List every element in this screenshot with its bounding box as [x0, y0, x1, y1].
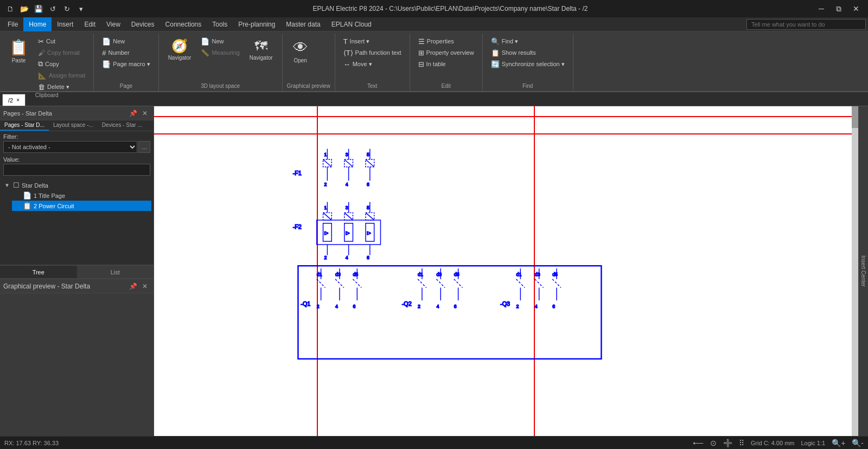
pages-pin-button[interactable]: 📌 [127, 108, 138, 119]
svg-line-68 [418, 279, 426, 288]
restore-button[interactable]: ⧉ [831, 1, 846, 16]
copy-format-icon: 🖌 [38, 49, 45, 57]
properties-button[interactable]: ☰ Properties [414, 36, 478, 47]
tab-2[interactable]: /2 × [2, 94, 25, 106]
grid-dots-icon[interactable]: ⠿ [739, 439, 744, 447]
prop-overview-label: Property overview [426, 49, 474, 56]
copy-format-button[interactable]: 🖌 Copy format [34, 47, 89, 58]
menu-connections[interactable]: Connections [160, 17, 207, 31]
navigator-button[interactable]: 🧭 Navigator [163, 36, 196, 74]
more-icon[interactable]: ▾ [75, 3, 87, 15]
find-label: Find ▾ [502, 38, 518, 45]
svg-text:I>: I> [324, 230, 329, 236]
tree-powercircuit-label: 2 Power Circuit [34, 203, 74, 209]
undo-icon[interactable]: ↺ [47, 3, 59, 15]
insert-text-button[interactable]: T Insert ▾ [340, 36, 405, 47]
path-function-button[interactable]: ⟨T⟩ Path function text [340, 47, 405, 58]
list-tab[interactable]: List [77, 265, 154, 278]
menu-home[interactable]: Home [23, 17, 52, 31]
navigator2-button[interactable]: 🗺 Navigator [245, 36, 278, 74]
menu-masterdata[interactable]: Master data [280, 17, 326, 31]
value-row: Value: [0, 155, 154, 178]
move-button[interactable]: ↔ Move ▾ [340, 59, 405, 69]
value-input[interactable] [3, 164, 150, 176]
filter-select[interactable]: - Not activated - [3, 141, 137, 153]
delete-button[interactable]: 🗑 Delete ▾ [34, 81, 89, 92]
grid-display: Grid C: 4.00 mm [751, 440, 795, 446]
paste-button[interactable]: 📋 Paste [4, 36, 33, 74]
pages-subtab-layout[interactable]: Layout space -... [49, 120, 98, 131]
statusbar: RX: 17.63 RY: 36.33 ⟵ ⊙ ➕ ⠿ Grid C: 4.00… [0, 436, 868, 449]
svg-text:-Q3: -Q3 [500, 300, 510, 307]
open-button[interactable]: 👁 Open [287, 36, 314, 74]
copy-button[interactable]: ⧉ Copy [34, 59, 89, 69]
circuit-diagram: -F1 [154, 106, 852, 436]
find-button[interactable]: 🔍 Find ▾ [487, 36, 569, 47]
menu-insert[interactable]: Insert [52, 17, 79, 31]
nav-icon-1[interactable]: ⟵ [693, 439, 704, 447]
show-results-icon: 📋 [491, 49, 500, 57]
minimize-button[interactable]: ─ [814, 1, 829, 16]
new-page-button[interactable]: 📄 New [98, 36, 154, 47]
tree-tab[interactable]: Tree [0, 265, 77, 278]
scrollbar-thumb[interactable] [852, 106, 858, 128]
cut-button[interactable]: ✂ Cut [34, 36, 89, 47]
new-measuring-label: New [212, 38, 224, 44]
new-measuring-button[interactable]: 📄 New [197, 36, 243, 47]
zoom-in-icon[interactable]: 🔍+ [832, 439, 845, 447]
filter-dots-button[interactable]: ... [138, 141, 150, 153]
assign-format-button[interactable]: 📐 Assign format [34, 70, 89, 81]
number-button[interactable]: # Number [98, 47, 154, 58]
navigator2-label: Navigator [250, 55, 273, 61]
text-group-label: Text [340, 83, 405, 91]
titlebar-controls: ─ ⧉ ✕ [814, 1, 864, 16]
svg-text:4: 4 [346, 255, 348, 260]
preview-group-label: Graphical preview [287, 83, 330, 91]
property-overview-button[interactable]: ⊞ Property overview [414, 47, 478, 58]
search-input[interactable] [746, 19, 866, 30]
save-icon[interactable]: 💾 [33, 3, 44, 15]
close-button[interactable]: ✕ [848, 1, 864, 16]
preview-title: Graphical preview - Star Delta [3, 283, 90, 290]
redo-icon[interactable]: ↻ [61, 3, 73, 15]
svg-text:I>: I> [346, 230, 350, 236]
tree-item-powercircuit[interactable]: 📋 2 Power Circuit [12, 201, 151, 211]
nav-icon-3[interactable]: ➕ [723, 439, 732, 447]
preview-pin-button[interactable]: 📌 [127, 281, 138, 292]
menu-eplancloud[interactable]: EPLAN Cloud [326, 17, 377, 31]
svg-text:1: 1 [324, 205, 327, 210]
page-macro-button[interactable]: 📑 Page macro ▾ [98, 59, 154, 69]
new-doc-icon[interactable]: 🗋 [4, 3, 16, 15]
menu-file[interactable]: File [2, 17, 23, 31]
open-icon[interactable]: 📂 [18, 3, 30, 15]
in-table-button[interactable]: ⊟ In table [414, 59, 478, 69]
vertical-scrollbar[interactable] [852, 106, 858, 436]
tree-root[interactable]: ▼ ☐ Star Delta [2, 180, 151, 190]
insert-center-sidebar[interactable]: Insert Center [858, 106, 868, 436]
sync-selection-button[interactable]: 🔄 Synchronize selection ▾ [487, 59, 569, 69]
pages-panel-title: Pages - Star Delta [3, 110, 52, 117]
pages-subtab-devices[interactable]: Devices - Star ... [98, 120, 146, 131]
preview-close-button[interactable]: ✕ [139, 281, 150, 292]
svg-line-70 [454, 279, 463, 288]
menu-devices[interactable]: Devices [126, 17, 160, 31]
menu-preplanning[interactable]: Pre-planning [233, 17, 280, 31]
edit-group-label: Edit [414, 83, 478, 91]
svg-line-69 [436, 279, 445, 288]
f1-component: -F1 [293, 149, 374, 187]
nav-icon-2[interactable]: ⊙ [710, 439, 717, 447]
menu-tools[interactable]: Tools [207, 17, 233, 31]
pages-subtab-pages[interactable]: Pages - Star D... [0, 120, 49, 131]
main-area: Pages - Star Delta 📌 ✕ Pages - Star D...… [0, 106, 868, 436]
menu-view[interactable]: View [101, 17, 126, 31]
measuring-button[interactable]: 📏 Measuring [197, 47, 243, 58]
selection-box [298, 266, 601, 359]
tree-item-titlepage[interactable]: 📄 1 Title Page [12, 190, 151, 201]
menu-edit[interactable]: Edit [79, 17, 101, 31]
insert-center-label: Insert Center [860, 255, 866, 287]
zoom-out-icon[interactable]: 🔍- [852, 439, 864, 447]
tab-2-close[interactable]: × [16, 97, 20, 103]
canvas-area[interactable]: -F1 [154, 106, 858, 436]
show-results-button[interactable]: 📋 Show results [487, 47, 569, 58]
pages-close-button[interactable]: ✕ [139, 108, 150, 119]
